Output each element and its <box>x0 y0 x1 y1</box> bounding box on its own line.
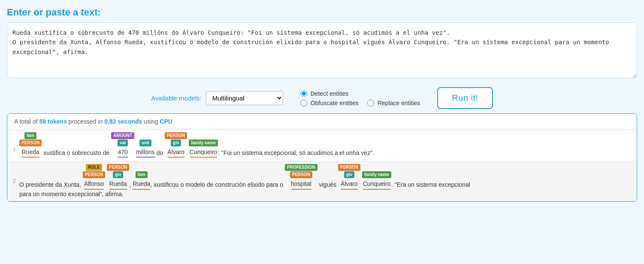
token-text-alfonso: Alfonso <box>84 179 104 189</box>
text-2e: . "Era un sistema excepcional <box>391 180 470 189</box>
page-title: Enter or paste a text: <box>7 7 637 18</box>
token-rueda-2: PERSON giv Rueda <box>107 164 129 189</box>
text-2c: , xustificou o modelo de construción eli… <box>150 180 285 189</box>
token-alvaro-2: PERSON giv Álvaro <box>338 164 360 189</box>
detect-label: Detect entities <box>311 90 349 97</box>
token-470: AMOUNT val 470 <box>111 132 134 158</box>
token-millons: unit millóns <box>136 140 155 158</box>
token-cunqueiro-2: family name Cunqueiro <box>362 171 391 189</box>
token-hospital: PROFESSION PERSON hospital <box>285 164 317 189</box>
token-text-hospital: hospital <box>291 179 311 189</box>
results-section: A total of 59 tokens processed in 0.82 s… <box>7 113 637 202</box>
tag-person-hospital: PERSON <box>290 171 312 178</box>
sentence-content-1: fam PERSON Rueda xustifica o sobrecusto … <box>19 132 633 158</box>
sentence-row-1: 1 fam PERSON Rueda xustifica o sobrecust… <box>7 130 637 161</box>
text-1b: do <box>155 148 165 158</box>
tag-person-alvaro1: PERSON <box>165 132 187 139</box>
tag-giv-alvaro1: giv <box>171 140 181 146</box>
tag-familyname-1: family name <box>189 140 218 146</box>
model-select[interactable]: Multilingual English Spanish <box>206 91 283 105</box>
processor: CPU <box>160 118 172 125</box>
token-cunqueiro-1: family name Cunqueiro <box>189 140 218 158</box>
text-2f: para un momento excepcional", afirma. <box>19 191 124 197</box>
text-input[interactable]: Rueda xustifica o sobrecusto de 470 mill… <box>7 22 637 78</box>
detect-radio[interactable] <box>300 90 307 97</box>
token-text-millons: millóns <box>136 147 155 158</box>
token-text-470: 470 <box>118 147 127 158</box>
obfuscate-radio[interactable] <box>300 100 307 106</box>
replace-radio[interactable] <box>367 100 374 106</box>
text-1a: xustifica o sobrecusto de <box>42 148 111 158</box>
sentence-row-2: 2 O presidente da Xunta, ROLE PERSON Alf… <box>7 161 637 201</box>
tag-fam: fam <box>24 132 36 139</box>
tag-person-rueda2: PERSON <box>107 164 129 171</box>
replace-label: Replace entities <box>378 100 420 106</box>
token-count: 59 tokens <box>39 118 67 125</box>
text-2b: , <box>129 180 133 189</box>
tag-person-alvaro2: PERSON <box>338 164 360 171</box>
token-output: 1 fam PERSON Rueda xustifica o sobrecust… <box>7 130 637 201</box>
token-text-cunqueiro1: Cunqueiro <box>190 147 218 158</box>
token-text-rueda2: Rueda <box>109 179 127 189</box>
token-text-alvaro2: Álvaro <box>341 179 358 189</box>
obfuscate-label: Obfuscate entities <box>311 100 359 106</box>
run-button[interactable]: Run it! <box>437 87 493 109</box>
token-alvaro-1: PERSON giv Álvaro <box>165 132 187 158</box>
tag-giv-rueda2: giv <box>113 171 123 178</box>
model-label: Available models: <box>151 94 201 102</box>
header-pre: A total of <box>14 118 39 125</box>
sentence-content-2: O presidente da Xunta, ROLE PERSON Alfon… <box>19 164 633 197</box>
tag-person-alfonso: PERSON <box>83 171 105 178</box>
text-1c: : "Foi un sistema excepcional, só acudim… <box>218 148 374 158</box>
token-text-rueda: Rueda <box>21 147 39 158</box>
token-rueda: fam PERSON Rueda <box>19 132 42 158</box>
tag-role: ROLE <box>86 164 102 171</box>
tag-unit: unit <box>139 140 151 146</box>
token-text-rueda-fam2: Rueda <box>133 179 150 189</box>
token-rueda-fam-2: fam Rueda <box>133 171 150 189</box>
tag-fam-rueda2: fam <box>136 171 148 178</box>
token-alfonso: ROLE PERSON Alfonso <box>83 164 105 189</box>
text-2d: vigués <box>317 180 338 189</box>
line-number-1: 1 <box>11 132 19 152</box>
results-header: A total of 59 tokens processed in 0.82 s… <box>7 114 637 130</box>
header-post: using <box>142 118 160 125</box>
tag-familyname-2: family name <box>362 171 391 178</box>
tag-person-rueda: PERSON <box>19 140 42 146</box>
tag-giv-alvaro2: giv <box>344 171 354 178</box>
tag-profession: PROFESSION <box>285 164 317 171</box>
tag-val: val <box>118 140 128 146</box>
time-count: 0.82 seconds <box>104 118 142 125</box>
tag-amount: AMOUNT <box>111 132 134 139</box>
header-mid: processed in <box>67 118 104 125</box>
token-text-alvaro1: Álvaro <box>167 147 184 158</box>
line-number-2: 2 <box>11 164 19 184</box>
text-2a: O presidente da Xunta, <box>19 180 83 189</box>
token-text-cunqueiro2: Cunqueiro <box>363 179 391 189</box>
